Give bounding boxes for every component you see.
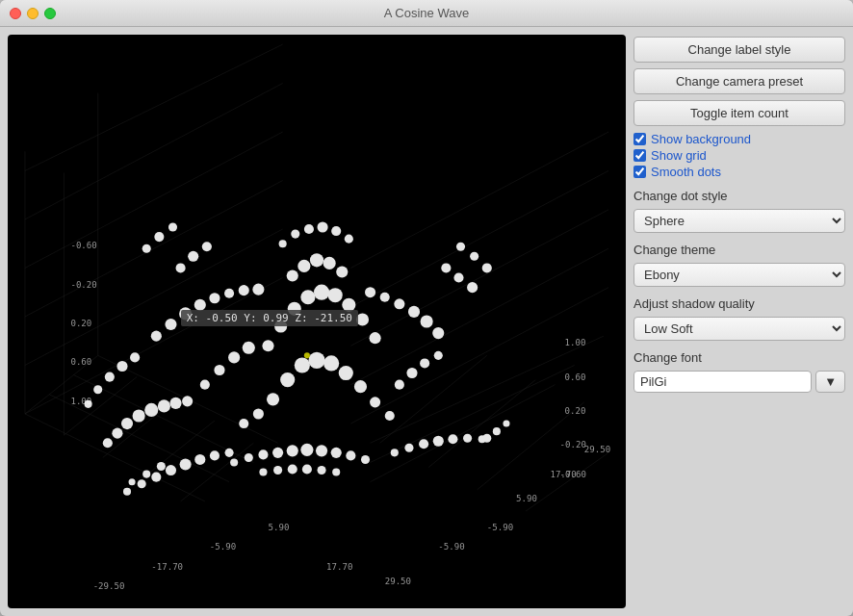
- show-background-checkbox[interactable]: [633, 133, 646, 145]
- content-area: 1.00 0.60 0.20 -0.20 -0.60 1.00 0.60 0.2…: [0, 27, 853, 616]
- svg-point-65: [169, 398, 181, 409]
- show-background-checkbox-row[interactable]: Show background: [633, 132, 845, 146]
- svg-point-163: [493, 427, 501, 435]
- svg-line-0: [25, 414, 205, 501]
- svg-point-102: [200, 380, 210, 390]
- svg-line-12: [380, 355, 487, 443]
- svg-point-100: [323, 257, 336, 270]
- svg-point-160: [129, 478, 136, 485]
- svg-point-84: [339, 366, 353, 380]
- svg-point-56: [194, 454, 205, 465]
- smooth-dots-label: Smooth dots: [651, 165, 721, 179]
- svg-line-25: [350, 132, 608, 268]
- change-label-style-button[interactable]: Change label style: [633, 37, 845, 63]
- svg-point-76: [361, 455, 370, 464]
- svg-line-29: [350, 288, 608, 424]
- svg-point-57: [210, 450, 220, 460]
- smooth-dots-checkbox-row[interactable]: Smooth dots: [633, 165, 845, 179]
- theme-select[interactable]: Ebony Light Dark Retro: [633, 263, 845, 287]
- svg-point-128: [239, 285, 249, 295]
- svg-text:-29.50: -29.50: [93, 581, 125, 591]
- svg-point-131: [380, 293, 390, 302]
- svg-line-28: [350, 248, 608, 384]
- svg-line-15: [526, 452, 608, 511]
- svg-point-157: [318, 221, 328, 232]
- svg-point-83: [323, 355, 339, 371]
- svg-text:0.20: 0.20: [565, 406, 586, 416]
- font-dropdown-button[interactable]: ▼: [815, 371, 845, 393]
- svg-point-140: [318, 466, 326, 475]
- svg-point-112: [419, 439, 428, 449]
- svg-line-26: [350, 170, 608, 306]
- svg-point-63: [144, 403, 158, 417]
- maximize-button[interactable]: [44, 8, 56, 19]
- svg-point-108: [420, 358, 429, 368]
- svg-point-164: [482, 434, 491, 443]
- svg-text:5.90: 5.90: [268, 523, 289, 532]
- svg-point-107: [406, 368, 417, 378]
- minimize-button[interactable]: [27, 8, 39, 19]
- svg-text:-5.90: -5.90: [210, 542, 236, 552]
- svg-point-154: [279, 240, 287, 247]
- svg-point-66: [182, 396, 193, 406]
- svg-point-153: [482, 263, 492, 272]
- svg-point-64: [158, 399, 170, 412]
- traffic-lights: [10, 8, 56, 19]
- svg-point-82: [308, 352, 324, 369]
- show-grid-checkbox-row[interactable]: Show grid: [633, 148, 845, 163]
- svg-text:0.20: 0.20: [70, 319, 91, 328]
- svg-point-70: [272, 448, 283, 458]
- svg-point-78: [253, 408, 264, 419]
- svg-point-92: [314, 285, 329, 300]
- shadow-quality-select[interactable]: Low Soft Medium Soft High Soft None: [633, 317, 845, 341]
- svg-point-97: [287, 270, 298, 281]
- svg-point-75: [346, 450, 355, 460]
- svg-point-93: [328, 288, 343, 302]
- svg-point-136: [259, 469, 267, 476]
- svg-point-61: [121, 418, 133, 429]
- svg-point-111: [404, 444, 413, 452]
- svg-point-77: [239, 419, 248, 428]
- svg-point-52: [138, 479, 146, 488]
- svg-point-109: [434, 351, 443, 360]
- svg-line-9: [371, 336, 604, 443]
- svg-point-51: [123, 488, 131, 496]
- svg-text:-5.90: -5.90: [438, 542, 464, 552]
- svg-point-113: [433, 436, 444, 447]
- svg-point-119: [105, 372, 115, 382]
- svg-text:-5.90: -5.90: [487, 523, 513, 532]
- font-input[interactable]: [633, 371, 812, 393]
- svg-line-27: [350, 210, 608, 346]
- svg-point-115: [463, 434, 472, 443]
- svg-point-62: [133, 409, 145, 422]
- theme-label: Change theme: [633, 243, 845, 257]
- svg-point-126: [209, 293, 220, 303]
- svg-point-53: [151, 473, 161, 482]
- show-grid-checkbox[interactable]: [633, 149, 646, 162]
- svg-point-147: [467, 282, 478, 293]
- dot-style-select[interactable]: Sphere Cube Flat Ring: [633, 209, 845, 233]
- svg-point-149: [154, 232, 164, 242]
- svg-point-132: [394, 298, 404, 309]
- svg-line-24: [25, 44, 283, 170]
- smooth-dots-checkbox[interactable]: [633, 166, 646, 178]
- svg-point-118: [93, 385, 102, 394]
- svg-point-88: [262, 340, 273, 351]
- svg-point-144: [202, 242, 212, 251]
- toggle-item-count-button[interactable]: Toggle item count: [633, 100, 845, 126]
- svg-point-98: [297, 260, 310, 272]
- svg-text:-0.20: -0.20: [560, 440, 586, 449]
- svg-point-106: [395, 380, 404, 390]
- svg-point-67: [230, 458, 238, 466]
- svg-point-138: [288, 464, 297, 474]
- svg-line-1: [49, 395, 229, 482]
- svg-point-101: [336, 266, 348, 277]
- close-button[interactable]: [10, 8, 21, 19]
- svg-line-22: [25, 132, 283, 268]
- svg-point-87: [385, 411, 395, 421]
- svg-line-21: [25, 181, 283, 317]
- dot-style-label: Change dot style: [633, 189, 845, 203]
- svg-point-96: [370, 332, 381, 344]
- svg-text:-0.20: -0.20: [70, 280, 96, 290]
- change-camera-preset-button[interactable]: Change camera preset: [633, 68, 845, 94]
